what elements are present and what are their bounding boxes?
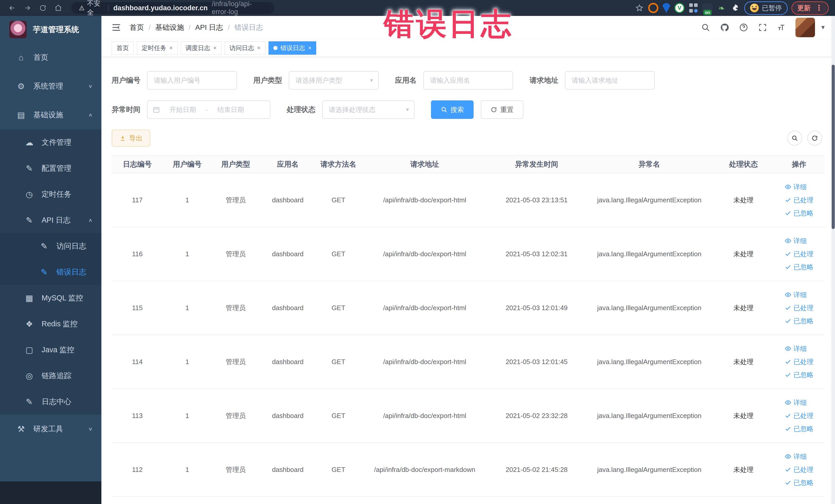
extension-shield-icon[interactable] (662, 3, 671, 13)
chrome-update-button[interactable]: 更新 ⋮ (791, 1, 829, 15)
file-icon: ☁ (24, 138, 35, 147)
sidebar-item-定时任务[interactable]: ◷ 定时任务 (0, 181, 101, 207)
sidebar-item-研发工具[interactable]: ⚒ 研发工具 ∨ (0, 415, 101, 443)
cell-request-url: /api/infra/db-doc/export-markdown (361, 463, 488, 476)
process-status-select[interactable] (322, 100, 414, 119)
font-size-icon[interactable] (776, 22, 787, 33)
tags-view-tab-访问日志[interactable]: 访问日志 × (225, 41, 265, 55)
breadcrumb-item[interactable]: 基础设施 (155, 23, 184, 32)
sidebar-item-文件管理[interactable]: ☁ 文件管理 (0, 129, 101, 155)
request-url-input[interactable] (565, 71, 655, 89)
cell-log-id: 115 (111, 301, 163, 315)
end-date-input[interactable] (211, 106, 250, 114)
sidebar-item-链路追踪[interactable]: ◎ 链路追踪 (0, 363, 101, 389)
search-button[interactable]: 搜索 (431, 100, 474, 119)
detail-link[interactable]: 详细 (785, 452, 807, 461)
user-id-input[interactable] (147, 71, 237, 89)
profile-paused-badge[interactable]: 已暂停 (744, 1, 788, 15)
detail-link[interactable]: 详细 (785, 344, 807, 353)
tags-view-tab-定时任务[interactable]: 定时任务 × (137, 41, 178, 55)
toggle-search-icon[interactable] (787, 131, 802, 146)
search-icon[interactable] (700, 22, 711, 33)
mark-ignored-link[interactable]: 已忽略 (785, 209, 813, 218)
tags-view-tab-调度日志[interactable]: 调度日志 × (181, 41, 222, 55)
filter-user-id: 用户编号 (111, 71, 237, 89)
detail-link[interactable]: 详细 (785, 183, 807, 191)
mark-ignored-link[interactable]: 已忽略 (785, 478, 813, 487)
mark-processed-link[interactable]: 已处理 (785, 249, 813, 259)
sidebar-logo[interactable]: 芋道管理系统 (0, 16, 101, 43)
sidebar-item-配置管理[interactable]: ✎ 配置管理 (0, 155, 101, 181)
not-secure-warning[interactable]: 不安全 (79, 0, 103, 17)
mark-processed-link[interactable]: 已处理 (785, 465, 813, 474)
tags-view-tab-首页[interactable]: 首页 (111, 41, 134, 55)
close-icon[interactable]: × (169, 45, 173, 52)
github-icon[interactable] (719, 22, 730, 33)
sidebar-item-API 日志[interactable]: ✎ API 日志 ∧ (0, 207, 101, 233)
bookmark-star-icon[interactable] (634, 3, 645, 13)
browser-menu-icon[interactable]: ⋮ (815, 6, 823, 10)
extension-grid-icon[interactable] (688, 3, 698, 13)
sidebar-item-Java 监控[interactable]: ▢ Java 监控 (0, 337, 101, 363)
mark-ignored-link[interactable]: 已忽略 (785, 317, 813, 326)
close-icon[interactable]: × (308, 45, 312, 52)
sidebar-item-Redis 监控[interactable]: ❖ Redis 监控 (0, 311, 101, 337)
back-icon[interactable] (6, 2, 18, 14)
check-icon (785, 264, 791, 270)
cell-log-id: 112 (111, 463, 163, 476)
sidebar-item-MySQL 监控[interactable]: ▦ MySQL 监控 (0, 285, 101, 311)
cell-request-url: /api/infra/db-doc/export-html (361, 409, 488, 422)
extension-on-icon[interactable]: on (702, 3, 713, 13)
sidebar-item-首页[interactable]: ⌂ 首页 (0, 43, 101, 72)
forward-icon[interactable] (22, 2, 33, 14)
help-icon[interactable] (738, 22, 749, 33)
cell-user-id: 1 (163, 355, 211, 368)
scrollbar-thumb[interactable] (832, 65, 835, 229)
mark-processed-link[interactable]: 已处理 (785, 303, 813, 313)
sidebar-item-基础设施[interactable]: ▤ 基础设施 ∧ (0, 101, 101, 129)
breadcrumb-item[interactable]: 首页 (130, 23, 144, 32)
close-icon[interactable]: × (257, 45, 261, 52)
mark-ignored-link[interactable]: 已忽略 (785, 370, 813, 380)
address-bar[interactable]: 不安全 | dashboard.yudao.iocoder.cn/infra/l… (72, 2, 274, 14)
sidebar-item-日志中心[interactable]: ✎ 日志中心 (0, 389, 101, 415)
export-button[interactable]: 导出 (111, 130, 150, 147)
close-icon[interactable]: × (213, 45, 217, 52)
reset-button[interactable]: 重置 (481, 100, 523, 119)
reload-icon[interactable] (37, 2, 49, 14)
user-avatar[interactable] (795, 18, 815, 37)
extension-v-icon[interactable]: V (674, 3, 685, 13)
cell-actions: 详细 已处理 已忽略 (773, 234, 825, 274)
tags-view-tab-错误日志[interactable]: 错误日志 × (268, 41, 317, 55)
page-scrollbar[interactable] (831, 16, 835, 504)
detail-link[interactable]: 详细 (785, 398, 807, 407)
home-icon[interactable] (53, 2, 64, 14)
user-type-select[interactable] (289, 71, 379, 89)
breadcrumb-item[interactable]: API 日志 (195, 23, 223, 32)
sidebar-item-label: 定时任务 (42, 189, 86, 200)
sidebar-item-label: 错误日志 (57, 267, 86, 277)
filter-request-url: 请求地址 (530, 71, 655, 89)
detail-link[interactable]: 详细 (785, 290, 807, 299)
table-toolbar: 导出 (111, 130, 825, 147)
extension-leaf-icon[interactable]: ❧ (716, 3, 727, 13)
mark-ignored-link[interactable]: 已忽略 (785, 263, 813, 271)
avatar-caret-icon[interactable]: ▼ (820, 24, 826, 31)
mark-ignored-link[interactable]: 已忽略 (785, 424, 813, 434)
sidebar-item-错误日志[interactable]: ✎ 错误日志 (0, 259, 101, 285)
mark-processed-link[interactable]: 已处理 (785, 411, 813, 420)
hamburger-icon[interactable] (110, 22, 122, 33)
sidebar-item-系统管理[interactable]: ⚙ 系统管理 ∨ (0, 72, 101, 101)
refresh-table-icon[interactable] (807, 131, 822, 146)
sidebar-item-访问日志[interactable]: ✎ 访问日志 (0, 233, 101, 259)
app-name-input[interactable] (423, 71, 513, 89)
extensions-puzzle-icon[interactable] (730, 3, 740, 13)
fullscreen-icon[interactable] (757, 22, 768, 33)
range-separator: - (206, 106, 208, 114)
mark-processed-link[interactable]: 已处理 (785, 196, 813, 205)
start-date-input[interactable] (163, 106, 202, 114)
detail-link[interactable]: 详细 (785, 237, 807, 245)
extension-orange-icon[interactable] (648, 3, 658, 13)
mark-processed-link[interactable]: 已处理 (785, 357, 813, 366)
date-range-picker[interactable]: - (147, 100, 270, 119)
